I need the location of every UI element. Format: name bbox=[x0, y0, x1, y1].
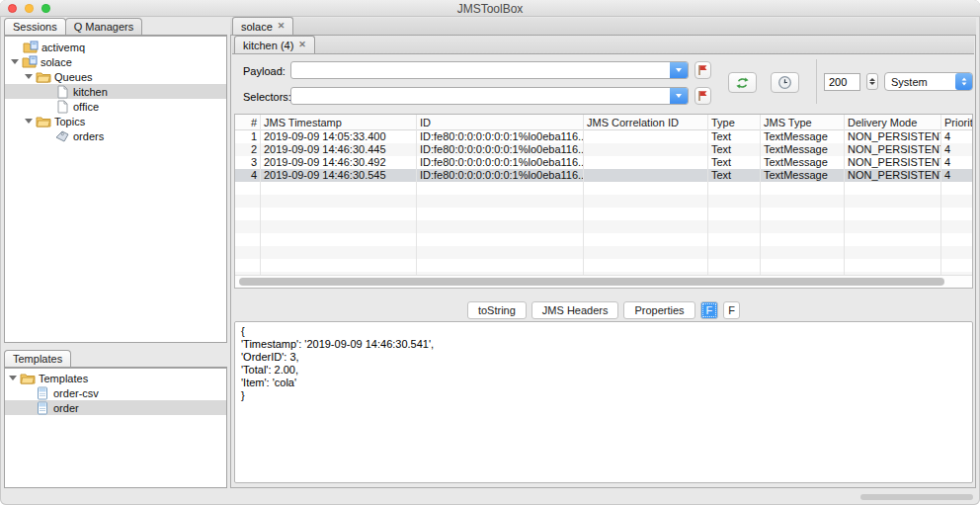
payload-template-flag-button[interactable] bbox=[694, 61, 711, 79]
tab-q-managers[interactable]: Q Managers bbox=[65, 18, 143, 35]
payload-label: Payload: bbox=[243, 65, 286, 77]
tab-jms-headers[interactable]: JMS Headers bbox=[531, 301, 619, 319]
selectors-input[interactable] bbox=[291, 88, 670, 104]
tree-item-queues[interactable]: Queues bbox=[5, 69, 226, 84]
payload-text-area[interactable]: { 'Timestamp': '2019-09-09 14:46:30.541'… bbox=[234, 321, 973, 483]
tree-item-order[interactable]: order bbox=[5, 400, 226, 415]
selectors-flag-button[interactable] bbox=[694, 87, 711, 105]
tree-item-orders[interactable]: orders bbox=[5, 128, 226, 143]
table-row[interactable]: 2 2019-09-09 14:46:30.445 ID:fe80:0:0:0:… bbox=[235, 143, 973, 156]
sessions-tree: activemq solace Queues kitchen bbox=[4, 36, 227, 343]
expander-arrow-icon[interactable] bbox=[11, 59, 19, 64]
tab-payload-selected[interactable]: F bbox=[700, 301, 719, 319]
close-tab-icon[interactable]: ✕ bbox=[278, 22, 286, 31]
chevron-up-icon bbox=[869, 78, 875, 81]
folder-open-icon bbox=[20, 372, 36, 385]
clock-icon bbox=[777, 75, 792, 90]
tab-solace[interactable]: solace ✕ bbox=[232, 17, 293, 35]
scrollbar-thumb[interactable] bbox=[239, 278, 944, 286]
tree-item-kitchen[interactable]: kitchen bbox=[5, 84, 226, 99]
session-tab-strip: solace ✕ bbox=[230, 18, 976, 36]
columns-set-select[interactable]: System bbox=[884, 72, 973, 91]
flag-icon bbox=[697, 64, 708, 76]
template-icon bbox=[35, 386, 50, 400]
chevron-down-icon bbox=[869, 82, 875, 85]
app-window: JMSToolBox Sessions Q Managers activemq … bbox=[0, 0, 980, 505]
popup-button bbox=[955, 73, 972, 90]
table-empty-area bbox=[235, 182, 973, 277]
folder-open-icon bbox=[36, 70, 51, 84]
tab-payload-2[interactable]: F bbox=[723, 301, 740, 319]
tab-tostring[interactable]: toString bbox=[467, 301, 527, 319]
messages-table: # JMS Timestamp ID JMS Correlation ID Ty… bbox=[234, 114, 973, 289]
queue-icon bbox=[54, 100, 70, 114]
tree-item-office[interactable]: office bbox=[5, 99, 226, 114]
queue-icon bbox=[54, 85, 70, 99]
tab-sessions[interactable]: Sessions bbox=[4, 18, 66, 35]
title-bar[interactable]: JMSToolBox bbox=[0, 0, 980, 17]
chevron-down-icon bbox=[676, 68, 682, 72]
close-tab-icon[interactable]: ✕ bbox=[298, 41, 306, 49]
payload-combo bbox=[290, 61, 689, 79]
expander-arrow-icon[interactable] bbox=[9, 376, 17, 380]
payload-input[interactable] bbox=[291, 62, 670, 78]
tab-templates[interactable]: Templates bbox=[4, 350, 71, 367]
tree-item-topics[interactable]: Topics bbox=[5, 114, 226, 128]
table-horizontal-scrollbar[interactable] bbox=[235, 275, 973, 288]
chevron-down-icon bbox=[961, 82, 966, 85]
queue-tab-strip: kitchen (4) ✕ bbox=[232, 36, 974, 54]
window-title: JMSToolBox bbox=[0, 2, 980, 16]
templates-tabbar: Templates bbox=[4, 351, 227, 368]
template-icon bbox=[35, 401, 50, 415]
tree-item-order-csv[interactable]: order-csv bbox=[5, 385, 226, 400]
chevron-up-icon bbox=[961, 77, 966, 80]
toolbar-separator bbox=[816, 59, 817, 104]
folder-open-icon bbox=[36, 115, 51, 128]
refresh-button[interactable] bbox=[728, 72, 757, 93]
max-messages-input[interactable] bbox=[824, 73, 860, 91]
templates-tree: Templates order-csv order bbox=[4, 368, 227, 488]
message-detail-tabs: toString JMS Headers Properties F F bbox=[234, 300, 973, 319]
tree-item-activemq[interactable]: activemq bbox=[5, 40, 226, 54]
refresh-icon bbox=[735, 76, 750, 90]
table-row[interactable]: 3 2019-09-09 14:46:30.492 ID:fe80:0:0:0:… bbox=[235, 156, 973, 169]
table-row-selected[interactable]: 4 2019-09-09 14:46:30.545 ID:fe80:0:0:0:… bbox=[235, 169, 973, 182]
payload-dropdown-button[interactable] bbox=[670, 62, 688, 78]
chevron-down-icon bbox=[676, 94, 682, 98]
tab-kitchen[interactable]: kitchen (4) ✕ bbox=[234, 36, 315, 53]
selectors-combo bbox=[290, 87, 689, 105]
selectors-label: Selectors: bbox=[243, 91, 291, 103]
table-header-row[interactable]: # JMS Timestamp ID JMS Correlation ID Ty… bbox=[235, 115, 973, 130]
max-messages-stepper[interactable] bbox=[866, 73, 878, 90]
tab-properties[interactable]: Properties bbox=[623, 301, 694, 319]
topic-icon bbox=[54, 129, 70, 143]
tree-item-solace[interactable]: solace bbox=[5, 54, 226, 69]
session-icon bbox=[23, 41, 39, 54]
bottom-horizontal-scrollbar[interactable] bbox=[860, 494, 973, 500]
auto-refresh-timer-button[interactable] bbox=[771, 72, 799, 93]
flag-icon bbox=[697, 90, 708, 102]
sessions-tabbar: Sessions Q Managers bbox=[4, 19, 227, 36]
selectors-dropdown-button[interactable] bbox=[670, 88, 688, 104]
expander-arrow-icon[interactable] bbox=[25, 74, 33, 79]
session-icon bbox=[22, 55, 38, 69]
table-row[interactable]: 1 2019-09-09 14:05:33.400 ID:fe80:0:0:0:… bbox=[235, 130, 973, 143]
tree-item-templates-root[interactable]: Templates bbox=[5, 371, 226, 385]
expander-arrow-icon[interactable] bbox=[25, 119, 33, 124]
